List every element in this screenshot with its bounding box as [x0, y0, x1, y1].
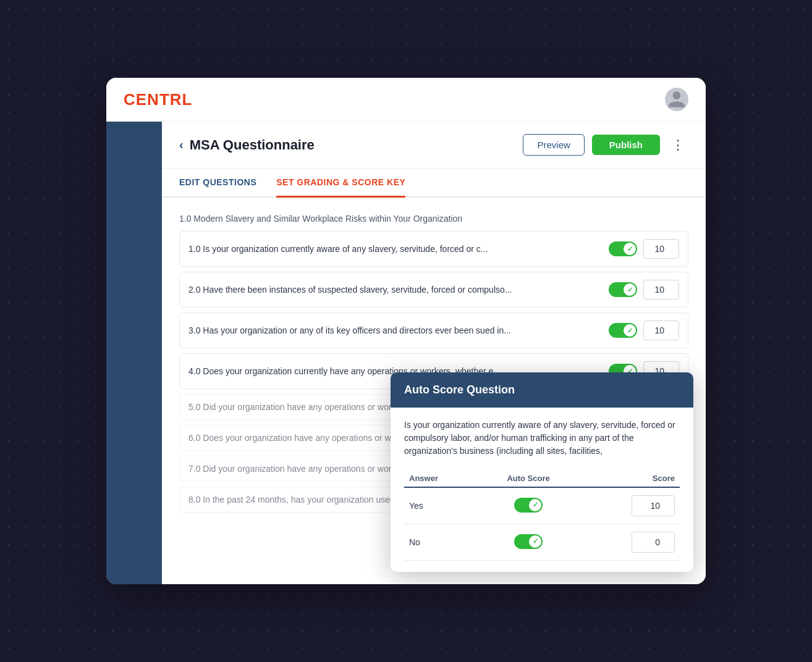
question-controls-1: ✓: [609, 239, 679, 259]
modal-title: Auto Score Question: [404, 383, 515, 396]
modal-header: Auto Score Question: [391, 372, 693, 408]
page-header: ‹ MSA Questionnaire Preview Publish ⋮: [162, 122, 706, 169]
question-text-2: 2.0 Have there been instances of suspect…: [188, 285, 609, 295]
modal-answer-row-1: Yes ✓: [404, 487, 680, 524]
sidebar: [106, 122, 162, 584]
answer-label-1: Yes: [404, 487, 478, 524]
toggle-3[interactable]: ✓: [609, 323, 637, 338]
back-button[interactable]: ‹: [179, 138, 184, 152]
toggle-1[interactable]: ✓: [609, 241, 637, 256]
preview-button[interactable]: Preview: [523, 134, 584, 156]
answer-toggle-2[interactable]: ✓: [478, 524, 578, 561]
tabs: EDIT QUESTIONS SET GRADING & SCORE KEY: [162, 169, 706, 198]
score-input-3[interactable]: [643, 321, 679, 340]
toggle-modal-check-icon-2: ✓: [533, 537, 538, 545]
score-input-2[interactable]: [643, 280, 679, 300]
question-controls-2: ✓: [609, 280, 679, 300]
toggle-check-icon: ✓: [627, 327, 633, 335]
question-text-3: 3.0 Has your organization or any of its …: [188, 325, 609, 335]
user-icon: [667, 90, 687, 109]
header-actions: Preview Publish ⋮: [523, 134, 688, 156]
modal-score-input-1[interactable]: [632, 495, 675, 516]
toggle-modal-check-icon-1: ✓: [533, 501, 538, 509]
modal-question-text: Is your organization currently aware of …: [404, 419, 680, 458]
question-row-3[interactable]: 3.0 Has your organization or any of its …: [179, 312, 688, 348]
page-title-area: ‹ MSA Questionnaire: [179, 137, 315, 153]
col-auto-score: Auto Score: [478, 470, 578, 487]
question-row-2[interactable]: 2.0 Have there been instances of suspect…: [179, 272, 688, 308]
app-header: CENTRL: [106, 78, 706, 122]
toggle-2[interactable]: ✓: [609, 282, 637, 297]
app-window: CENTRL ‹ MSA Questionnaire Preview Publi…: [106, 78, 706, 584]
logo: CENTRL: [124, 90, 192, 109]
more-options-button[interactable]: ⋮: [667, 137, 688, 153]
auto-score-modal: Auto Score Question Is your organization…: [391, 372, 693, 572]
modal-score-input-2[interactable]: [632, 532, 675, 553]
score-input-1[interactable]: [643, 239, 679, 259]
publish-button[interactable]: Publish: [592, 135, 660, 155]
tab-set-grading[interactable]: SET GRADING & SCORE KEY: [276, 169, 405, 198]
answer-toggle-1[interactable]: ✓: [478, 487, 578, 524]
toggle-check-icon: ✓: [627, 245, 633, 253]
question-text-1: 1.0 Is your organization currently aware…: [188, 244, 609, 254]
modal-body: Is your organization currently aware of …: [391, 408, 693, 572]
section-header: 1.0 Modern Slavery and Similar Workplace…: [179, 209, 688, 231]
avatar: [665, 88, 688, 111]
question-row-1[interactable]: 1.0 Is your organization currently aware…: [179, 231, 688, 267]
modal-answer-row-2: No ✓: [404, 524, 680, 561]
col-score: Score: [578, 470, 680, 487]
col-answer: Answer: [404, 470, 478, 487]
tab-edit-questions[interactable]: EDIT QUESTIONS: [179, 169, 256, 198]
answer-score-cell-2: [578, 524, 680, 561]
toggle-check-icon: ✓: [627, 286, 633, 294]
page-title: MSA Questionnaire: [190, 137, 315, 153]
answer-score-cell-1: [578, 487, 680, 524]
modal-answers-table: Answer Auto Score Score Yes ✓: [404, 470, 680, 561]
answer-label-2: No: [404, 524, 478, 561]
question-controls-3: ✓: [609, 321, 679, 340]
